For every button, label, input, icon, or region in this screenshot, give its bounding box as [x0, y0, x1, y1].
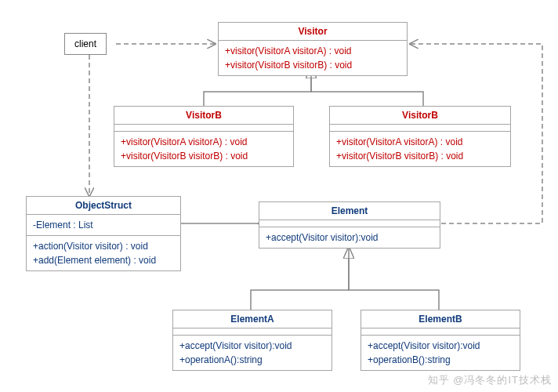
element-a-class: ElementA +accept(Visitor visitor):void +… — [172, 310, 332, 371]
element-b-method1: +accept(Visitor visitor):void — [368, 339, 513, 353]
object-struct-attr1: -Element : List — [33, 218, 174, 232]
visitor-method2: +visitor(VisitorB visitorB) : void — [225, 58, 400, 72]
visitor-b1-method1: +visitor(VisitorA visitorA) : void — [121, 135, 287, 149]
element-b-method2: +operationB():string — [368, 353, 513, 367]
element-a-method2: +operationA():string — [179, 353, 325, 367]
element-a-method1: +accept(Visitor visitor):void — [179, 339, 325, 353]
visitor-b1-method2: +visitor(VisitorB visitorB) : void — [121, 149, 287, 163]
visitor-b2-method2: +visitor(VisitorB visitorB) : void — [336, 149, 504, 163]
element-method1: +accept(Visitor visitor):void — [266, 230, 433, 245]
element-b-title: ElementB — [361, 310, 520, 328]
visitor-class: Visitor +visitor(VisitorA visitorA) : vo… — [218, 22, 408, 76]
visitor-b2-title: VisitorB — [330, 107, 510, 125]
visitor-b1-class: VisitorB +visitor(VisitorA visitorA) : v… — [114, 106, 294, 167]
visitor-b1-title: VisitorB — [114, 107, 293, 125]
visitor-method1: +visitor(VisitorA visitorA) : void — [225, 44, 400, 58]
client-label: client — [74, 38, 96, 49]
element-a-title: ElementA — [173, 310, 332, 328]
object-struct-title: ObjectStruct — [27, 197, 180, 215]
element-b-class: ElementB +accept(Visitor visitor):void +… — [361, 310, 520, 371]
object-struct-class: ObjectStruct -Element : List +action(Vis… — [26, 196, 181, 271]
visitor-b2-class: VisitorB +visitor(VisitorA visitorA) : v… — [329, 106, 511, 167]
watermark-text: 知乎 @冯冬冬的IT技术栈 — [428, 373, 552, 387]
object-struct-method1: +action(Visitor visitor) : void — [33, 239, 174, 253]
visitor-b2-method1: +visitor(VisitorA visitorA) : void — [336, 135, 504, 149]
visitor-title: Visitor — [219, 23, 407, 41]
object-struct-method2: +add(Element element) : void — [33, 253, 174, 267]
element-class: Element +accept(Visitor visitor):void — [259, 201, 440, 249]
element-title: Element — [259, 202, 440, 220]
client-node: client — [64, 33, 107, 55]
